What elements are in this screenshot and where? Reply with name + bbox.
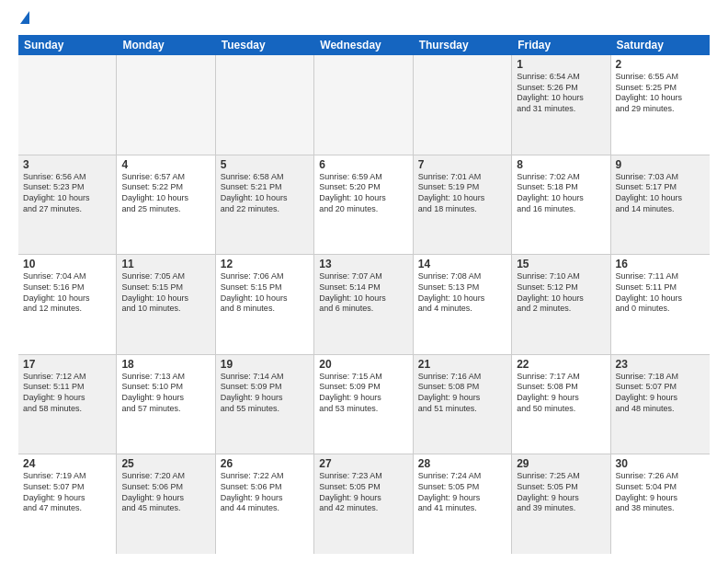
day-info: Sunrise: 7:07 AM Sunset: 5:14 PM Dayligh… (319, 271, 407, 315)
day-info: Sunrise: 7:16 AM Sunset: 5:08 PM Dayligh… (418, 372, 506, 415)
day-info: Sunrise: 7:26 AM Sunset: 5:04 PM Dayligh… (616, 471, 705, 514)
day-header-friday: Friday (512, 35, 610, 55)
day-number: 12 (221, 258, 309, 270)
day-cell-19: 19Sunrise: 7:14 AM Sunset: 5:09 PM Dayli… (216, 355, 314, 454)
day-info: Sunrise: 6:59 AM Sunset: 5:20 PM Dayligh… (319, 172, 407, 215)
day-number: 26 (221, 457, 309, 470)
day-cell-23: 23Sunrise: 7:18 AM Sunset: 5:07 PM Dayli… (611, 355, 710, 454)
day-info: Sunrise: 7:04 AM Sunset: 5:16 PM Dayligh… (23, 271, 111, 315)
day-number: 17 (23, 358, 111, 371)
calendar-body: 1Sunrise: 6:54 AM Sunset: 5:26 PM Daylig… (18, 55, 710, 554)
day-header-tuesday: Tuesday (216, 35, 314, 55)
day-header-sunday: Sunday (18, 35, 117, 55)
calendar-header: SundayMondayTuesdayWednesdayThursdayFrid… (18, 35, 710, 55)
day-info: Sunrise: 7:03 AM Sunset: 5:17 PM Dayligh… (616, 172, 705, 215)
day-number: 11 (121, 258, 210, 270)
day-info: Sunrise: 7:11 AM Sunset: 5:11 PM Dayligh… (616, 271, 705, 315)
empty-cell (314, 55, 413, 155)
day-number: 27 (319, 457, 407, 470)
day-number: 7 (418, 158, 506, 171)
day-cell-4: 4Sunrise: 6:57 AM Sunset: 5:22 PM Daylig… (117, 155, 215, 255)
day-header-monday: Monday (117, 35, 215, 55)
day-cell-1: 1Sunrise: 6:54 AM Sunset: 5:26 PM Daylig… (512, 55, 610, 155)
day-cell-25: 25Sunrise: 7:20 AM Sunset: 5:06 PM Dayli… (117, 454, 215, 554)
day-number: 19 (221, 358, 309, 371)
day-info: Sunrise: 6:56 AM Sunset: 5:23 PM Dayligh… (23, 172, 111, 215)
day-info: Sunrise: 7:23 AM Sunset: 5:05 PM Dayligh… (319, 471, 407, 514)
day-cell-20: 20Sunrise: 7:15 AM Sunset: 5:09 PM Dayli… (314, 355, 413, 454)
day-info: Sunrise: 7:15 AM Sunset: 5:09 PM Dayligh… (319, 372, 407, 415)
day-info: Sunrise: 7:13 AM Sunset: 5:10 PM Dayligh… (121, 372, 210, 415)
day-info: Sunrise: 7:14 AM Sunset: 5:09 PM Dayligh… (221, 372, 309, 415)
day-info: Sunrise: 7:05 AM Sunset: 5:15 PM Dayligh… (121, 271, 210, 315)
day-number: 24 (23, 457, 111, 470)
calendar-week-1: 1Sunrise: 6:54 AM Sunset: 5:26 PM Daylig… (18, 55, 710, 155)
day-cell-30: 30Sunrise: 7:26 AM Sunset: 5:04 PM Dayli… (611, 454, 710, 554)
day-number: 14 (418, 258, 506, 270)
day-number: 1 (517, 58, 605, 71)
empty-cell (414, 55, 512, 155)
day-info: Sunrise: 7:08 AM Sunset: 5:13 PM Dayligh… (418, 271, 506, 315)
calendar-week-4: 17Sunrise: 7:12 AM Sunset: 5:11 PM Dayli… (18, 355, 710, 455)
day-header-wednesday: Wednesday (314, 35, 413, 55)
day-cell-9: 9Sunrise: 7:03 AM Sunset: 5:17 PM Daylig… (611, 155, 710, 255)
day-info: Sunrise: 7:02 AM Sunset: 5:18 PM Dayligh… (517, 172, 605, 215)
day-info: Sunrise: 7:01 AM Sunset: 5:19 PM Dayligh… (418, 172, 506, 215)
day-info: Sunrise: 7:10 AM Sunset: 5:12 PM Dayligh… (517, 271, 605, 315)
logo-triangle-icon (20, 11, 29, 24)
day-number: 5 (221, 158, 309, 171)
day-cell-18: 18Sunrise: 7:13 AM Sunset: 5:10 PM Dayli… (117, 355, 215, 454)
day-header-thursday: Thursday (414, 35, 512, 55)
day-number: 8 (517, 158, 605, 171)
day-cell-8: 8Sunrise: 7:02 AM Sunset: 5:18 PM Daylig… (512, 155, 610, 255)
day-number: 21 (418, 358, 506, 371)
day-number: 30 (616, 457, 705, 470)
day-cell-7: 7Sunrise: 7:01 AM Sunset: 5:19 PM Daylig… (414, 155, 512, 255)
day-number: 16 (616, 258, 705, 270)
day-info: Sunrise: 6:55 AM Sunset: 5:25 PM Dayligh… (616, 72, 705, 115)
day-number: 6 (319, 158, 407, 171)
page: SundayMondayTuesdayWednesdayThursdayFrid… (0, 0, 728, 563)
day-cell-29: 29Sunrise: 7:25 AM Sunset: 5:05 PM Dayli… (512, 454, 610, 554)
day-info: Sunrise: 7:12 AM Sunset: 5:11 PM Dayligh… (23, 372, 111, 415)
day-cell-13: 13Sunrise: 7:07 AM Sunset: 5:14 PM Dayli… (314, 255, 413, 354)
day-info: Sunrise: 7:24 AM Sunset: 5:05 PM Dayligh… (418, 471, 506, 514)
day-number: 3 (23, 158, 111, 171)
day-cell-5: 5Sunrise: 6:58 AM Sunset: 5:21 PM Daylig… (216, 155, 314, 255)
empty-cell (216, 55, 314, 155)
day-number: 20 (319, 358, 407, 371)
day-number: 15 (517, 258, 605, 270)
calendar-week-3: 10Sunrise: 7:04 AM Sunset: 5:16 PM Dayli… (18, 255, 710, 355)
day-header-saturday: Saturday (611, 35, 710, 55)
day-cell-28: 28Sunrise: 7:24 AM Sunset: 5:05 PM Dayli… (414, 454, 512, 554)
day-cell-16: 16Sunrise: 7:11 AM Sunset: 5:11 PM Dayli… (611, 255, 710, 354)
day-info: Sunrise: 7:19 AM Sunset: 5:07 PM Dayligh… (23, 471, 111, 514)
day-number: 22 (517, 358, 605, 371)
day-cell-27: 27Sunrise: 7:23 AM Sunset: 5:05 PM Dayli… (314, 454, 413, 554)
logo (18, 15, 29, 24)
day-info: Sunrise: 7:17 AM Sunset: 5:08 PM Dayligh… (517, 372, 605, 415)
day-number: 23 (616, 358, 705, 371)
day-info: Sunrise: 7:22 AM Sunset: 5:06 PM Dayligh… (221, 471, 309, 514)
calendar-week-5: 24Sunrise: 7:19 AM Sunset: 5:07 PM Dayli… (18, 454, 710, 554)
empty-cell (117, 55, 215, 155)
day-number: 13 (319, 258, 407, 270)
day-info: Sunrise: 7:06 AM Sunset: 5:15 PM Dayligh… (221, 271, 309, 315)
day-cell-11: 11Sunrise: 7:05 AM Sunset: 5:15 PM Dayli… (117, 255, 215, 354)
day-cell-22: 22Sunrise: 7:17 AM Sunset: 5:08 PM Dayli… (512, 355, 610, 454)
day-cell-26: 26Sunrise: 7:22 AM Sunset: 5:06 PM Dayli… (216, 454, 314, 554)
day-cell-2: 2Sunrise: 6:55 AM Sunset: 5:25 PM Daylig… (611, 55, 710, 155)
day-cell-15: 15Sunrise: 7:10 AM Sunset: 5:12 PM Dayli… (512, 255, 610, 354)
calendar: SundayMondayTuesdayWednesdayThursdayFrid… (18, 35, 710, 554)
day-number: 29 (517, 457, 605, 470)
day-cell-3: 3Sunrise: 6:56 AM Sunset: 5:23 PM Daylig… (18, 155, 117, 255)
day-number: 10 (23, 258, 111, 270)
day-cell-21: 21Sunrise: 7:16 AM Sunset: 5:08 PM Dayli… (414, 355, 512, 454)
day-info: Sunrise: 7:25 AM Sunset: 5:05 PM Dayligh… (517, 471, 605, 514)
header (18, 15, 710, 24)
calendar-week-2: 3Sunrise: 6:56 AM Sunset: 5:23 PM Daylig… (18, 155, 710, 256)
day-cell-10: 10Sunrise: 7:04 AM Sunset: 5:16 PM Dayli… (18, 255, 117, 354)
day-number: 9 (616, 158, 705, 171)
day-cell-6: 6Sunrise: 6:59 AM Sunset: 5:20 PM Daylig… (314, 155, 413, 255)
day-info: Sunrise: 6:58 AM Sunset: 5:21 PM Dayligh… (221, 172, 309, 215)
